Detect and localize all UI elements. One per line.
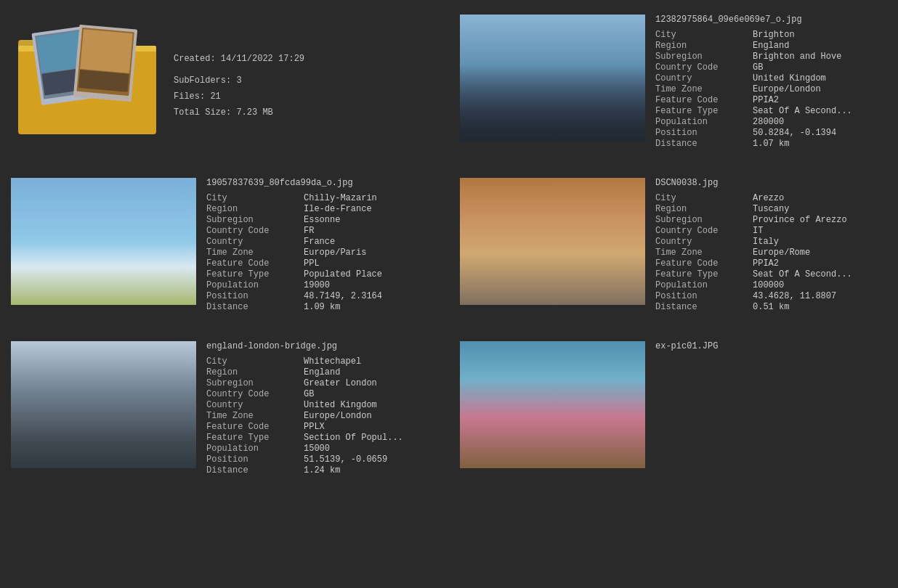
main-grid: Created: 14/11/2022 17:29SubFolders: 3Fi… — [0, 0, 898, 490]
folder-icon — [11, 15, 163, 142]
meta-row-10: Distance1.09 km — [206, 302, 438, 312]
meta-key: Time Zone — [655, 248, 750, 258]
meta-row-5: Time ZoneEurope/Rome — [655, 248, 887, 258]
meta-key: Population — [655, 117, 750, 127]
meta-val: 0.51 km — [753, 302, 789, 312]
meta-key: City — [655, 30, 750, 40]
meta-key: Country Code — [655, 226, 750, 236]
meta-key: City — [206, 193, 301, 203]
meta-row-7: Feature TypeSeat Of A Second... — [655, 106, 887, 116]
meta-key: Position — [655, 128, 750, 138]
meta-val: 48.7149, 2.3164 — [304, 291, 382, 301]
meta-row-10: Distance0.51 km — [655, 302, 887, 312]
image-info: england-london-bridge.jpgCityWhitechapel… — [206, 341, 438, 475]
meta-row-0: CityChilly-Mazarin — [206, 193, 438, 203]
meta-key: Distance — [206, 465, 301, 475]
meta-val: Essonne — [304, 215, 340, 225]
meta-val: United Kingdom — [304, 400, 377, 410]
meta-val: 51.5139, -0.0659 — [304, 454, 387, 465]
meta-key: Region — [655, 41, 750, 51]
meta-key: Position — [206, 291, 301, 301]
meta-key: Time Zone — [206, 411, 301, 421]
meta-key: Region — [206, 204, 301, 214]
filename: england-london-bridge.jpg — [206, 341, 438, 351]
image-info: 19057837639_80fcda99da_o.jpgCityChilly-M… — [206, 178, 438, 312]
meta-val: Whitechapel — [304, 356, 361, 367]
meta-val: 1.24 km — [304, 465, 340, 475]
meta-val: 1.07 km — [753, 139, 789, 149]
meta-key: Population — [655, 280, 750, 290]
meta-val: GB — [304, 389, 314, 399]
image-info: 12382975864_09e6e069e7_o.jpgCityBrighton… — [655, 15, 887, 149]
meta-key: Subregion — [206, 215, 301, 225]
meta-row-6: Feature CodePPIA2 — [655, 258, 887, 269]
meta-val: 19000 — [304, 280, 330, 290]
meta-val: Tuscany — [753, 204, 789, 214]
meta-val: 280000 — [753, 117, 784, 127]
filename: 19057837639_80fcda99da_o.jpg — [206, 178, 438, 188]
meta-val: GB — [753, 62, 763, 73]
folder-line-4: Total Size: 7.23 MB — [174, 107, 304, 118]
cell-row1-right: DSCN0038.jpgCityArezzoRegionTuscanySubre… — [449, 163, 898, 327]
meta-row-0: CityBrighton — [655, 30, 887, 40]
meta-val: FR — [304, 226, 314, 236]
meta-row-8: Population19000 — [206, 280, 438, 290]
meta-key: Distance — [206, 302, 301, 312]
meta-key: Population — [206, 280, 301, 290]
meta-row-6: Feature CodePPIA2 — [655, 95, 887, 105]
filename: 12382975864_09e6e069e7_o.jpg — [655, 15, 887, 25]
folder-line-0: Created: 14/11/2022 17:29 — [174, 54, 304, 64]
meta-val: Section Of Popul... — [304, 433, 403, 443]
meta-row-3: Country CodeFR — [206, 226, 438, 236]
meta-row-0: CityArezzo — [655, 193, 887, 203]
meta-row-8: Population100000 — [655, 280, 887, 290]
meta-val: 1.09 km — [304, 302, 340, 312]
cell-row2-right: ex-pic01.JPG — [449, 327, 898, 490]
image-info: DSCN0038.jpgCityArezzoRegionTuscanySubre… — [655, 178, 887, 312]
filename: DSCN0038.jpg — [655, 178, 887, 188]
meta-key: Population — [206, 444, 301, 454]
meta-row-7: Feature TypeSection Of Popul... — [206, 433, 438, 443]
meta-key: Country Code — [206, 226, 301, 236]
meta-row-2: SubregionBrighton and Hove — [655, 52, 887, 62]
meta-val: Province of Arezzo — [753, 215, 847, 225]
cell-row2-left: england-london-bridge.jpgCityWhitechapel… — [0, 327, 449, 490]
meta-val: PPL — [304, 258, 320, 269]
meta-row-5: Time ZoneEurope/London — [655, 84, 887, 94]
meta-val: Greater London — [304, 378, 377, 388]
folder-info: Created: 14/11/2022 17:29SubFolders: 3Fi… — [174, 15, 304, 149]
meta-row-6: Feature CodePPL — [206, 258, 438, 269]
meta-row-4: CountryFrance — [206, 237, 438, 247]
meta-key: Time Zone — [206, 248, 301, 258]
meta-val: Brighton — [753, 30, 795, 40]
thumbnail — [11, 178, 196, 305]
cell-row0-right: 12382975864_09e6e069e7_o.jpgCityBrighton… — [449, 0, 898, 163]
meta-key: Subregion — [655, 52, 750, 62]
meta-key: Feature Code — [206, 422, 301, 432]
meta-row-10: Distance1.07 km — [655, 139, 887, 149]
cell-row1-left: 19057837639_80fcda99da_o.jpgCityChilly-M… — [0, 163, 449, 327]
meta-val: 43.4628, 11.8807 — [753, 291, 836, 301]
meta-key: Feature Type — [655, 269, 750, 279]
meta-row-8: Population15000 — [206, 444, 438, 454]
meta-val: Italy — [753, 237, 779, 247]
meta-val: PPLX — [304, 422, 325, 432]
meta-row-1: RegionEngland — [655, 41, 887, 51]
meta-key: Distance — [655, 139, 750, 149]
meta-val: PPIA2 — [753, 258, 779, 269]
meta-row-4: CountryUnited Kingdom — [206, 400, 438, 410]
meta-key: City — [206, 356, 301, 367]
meta-key: Feature Code — [655, 258, 750, 269]
meta-key: Subregion — [655, 215, 750, 225]
meta-row-10: Distance1.24 km — [206, 465, 438, 475]
meta-row-7: Feature TypePopulated Place — [206, 269, 438, 279]
meta-row-1: RegionEngland — [206, 367, 438, 377]
meta-key: Country — [206, 237, 301, 247]
meta-row-3: Country CodeGB — [206, 389, 438, 399]
meta-val: England — [753, 41, 789, 51]
meta-key: Feature Code — [655, 95, 750, 105]
meta-val: Populated Place — [304, 269, 382, 279]
folder-line-3: Files: 21 — [174, 91, 304, 102]
meta-row-1: RegionTuscany — [655, 204, 887, 214]
thumbnail — [460, 178, 645, 305]
